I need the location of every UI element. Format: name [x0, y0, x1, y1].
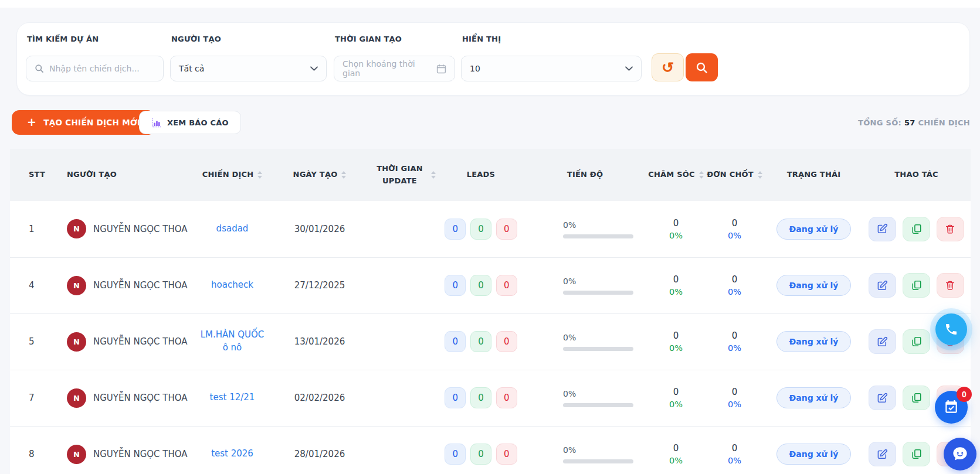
sort-icon[interactable] — [341, 171, 346, 179]
campaign-link[interactable]: test 12/21 — [210, 391, 255, 404]
status-badge: Đang xử lý — [776, 331, 852, 352]
created-date: 13/01/2026 — [271, 313, 368, 370]
care-cell: 0 0% — [648, 443, 704, 465]
care-cell: 0 0% — [648, 330, 704, 353]
phone-icon — [944, 322, 958, 336]
leads-cell: 0 0 0 — [440, 257, 522, 313]
leads-care-badge: 0 — [470, 444, 491, 465]
closed-percent: 0% — [704, 231, 765, 240]
copy-icon — [911, 449, 922, 459]
duplicate-button[interactable] — [903, 273, 930, 298]
edit-pencil-icon — [877, 449, 888, 460]
avatar: N — [67, 445, 86, 464]
progress-bar — [563, 291, 633, 295]
creator-label: NGƯỜI TẠO — [171, 35, 221, 43]
reset-filters-button[interactable]: ↺ — [652, 53, 684, 81]
care-count: 0 — [648, 274, 704, 285]
create-campaign-button[interactable]: + TẠO CHIẾN DỊCH MỚI — [12, 110, 155, 135]
date-range-input[interactable]: Chọn khoảng thời gian — [334, 56, 455, 81]
creator-name: NGUYỄN NGỌC THOA — [93, 393, 188, 403]
chat-smiley-icon — [952, 446, 968, 462]
header-stt: STT — [10, 149, 56, 201]
care-percent: 0% — [648, 400, 704, 409]
header-campaign[interactable]: CHIẾN DỊCH — [194, 149, 271, 201]
progress-label: 0% — [563, 220, 576, 230]
creator-name: NGUYỄN NGỌC THOA — [93, 449, 188, 459]
sort-icon[interactable] — [431, 171, 436, 179]
call-floating-button[interactable] — [935, 313, 967, 345]
total-prefix: TỔNG SỐ: — [858, 118, 901, 127]
sort-icon[interactable] — [699, 171, 704, 179]
campaign-link[interactable]: test 2026 — [211, 448, 253, 461]
creator-cell: N NGUYỄN NGỌC THOA — [67, 219, 194, 238]
total-suffix: CHIẾN DỊCH — [918, 118, 970, 127]
apply-search-button[interactable] — [686, 53, 718, 81]
created-time-field-group: THỜI GIAN TẠO Chọn khoảng thời gian — [334, 23, 455, 96]
care-count: 0 — [648, 443, 704, 453]
creator-select[interactable]: Tất cả — [170, 56, 327, 81]
campaign-link[interactable]: dsadad — [216, 223, 249, 236]
leads-cell: 0 0 0 — [440, 201, 522, 257]
header-care[interactable]: CHĂM SÓC — [648, 149, 704, 201]
progress-label: 0% — [563, 389, 576, 398]
total-count: 57 — [904, 118, 915, 127]
edit-pencil-icon — [877, 223, 888, 234]
edit-pencil-icon — [877, 393, 888, 404]
search-icon — [696, 62, 708, 74]
edit-button[interactable] — [869, 386, 896, 410]
page-size-select[interactable]: 10 — [461, 56, 642, 81]
trash-icon — [945, 280, 955, 291]
closed-percent: 0% — [704, 343, 765, 353]
closed-count: 0 — [704, 330, 765, 341]
search-input[interactable] — [26, 56, 164, 81]
chat-floating-button[interactable] — [944, 438, 976, 470]
top-strip — [0, 0, 980, 8]
status-badge: Đang xử lý — [776, 275, 852, 296]
delete-button[interactable] — [937, 273, 964, 298]
updated-date — [368, 370, 440, 426]
copy-icon — [911, 393, 922, 403]
edit-button[interactable] — [869, 329, 896, 354]
trash-icon — [945, 224, 955, 234]
search-text-input[interactable] — [49, 64, 155, 73]
table-row: 5 N NGUYỄN NGỌC THOA LM.HÀN QUỐC ô nô 13… — [10, 313, 971, 370]
leads-cell: 0 0 0 — [440, 426, 522, 474]
created-time-label: THỜI GIAN TẠO — [335, 35, 402, 43]
closed-percent: 0% — [704, 287, 765, 296]
leads-cell: 0 0 0 — [440, 313, 522, 370]
edit-button[interactable] — [869, 442, 896, 466]
duplicate-button[interactable] — [903, 442, 930, 466]
progress: 0% — [563, 332, 633, 351]
search-field-group: TÌM KIẾM DỰ ÁN — [26, 23, 164, 96]
page-size-field-group: HIỂN THỊ 10 — [461, 23, 642, 96]
closed-cell: 0 0% — [704, 274, 765, 296]
header-created[interactable]: NGÀY TẠO — [271, 149, 368, 201]
edit-button[interactable] — [869, 273, 896, 298]
header-updated[interactable]: THỜI GIAN UPDATE — [368, 149, 440, 201]
leads-care-badge: 0 — [470, 219, 491, 240]
campaign-link[interactable]: hoacheck — [211, 279, 253, 292]
edit-pencil-icon — [877, 336, 888, 347]
tasks-floating-button[interactable]: 0 — [935, 391, 968, 424]
progress: 0% — [563, 220, 633, 238]
copy-icon — [911, 224, 922, 234]
closed-count: 0 — [704, 443, 765, 453]
leads-new-badge: 0 — [445, 331, 466, 352]
duplicate-button[interactable] — [903, 329, 930, 354]
closed-cell: 0 0% — [704, 330, 765, 353]
leads-care-badge: 0 — [470, 387, 491, 408]
duplicate-button[interactable] — [903, 217, 930, 241]
care-percent: 0% — [648, 287, 704, 296]
sort-icon[interactable] — [758, 171, 762, 179]
row-index: 5 — [10, 313, 56, 370]
leads-new-badge: 0 — [445, 219, 466, 240]
view-report-button[interactable]: XEM BÁO CÁO — [139, 111, 241, 134]
header-closed[interactable]: ĐƠN CHỐT — [704, 149, 765, 201]
delete-button[interactable] — [937, 217, 964, 241]
duplicate-button[interactable] — [903, 386, 930, 410]
edit-button[interactable] — [869, 217, 896, 241]
row-index: 4 — [10, 257, 56, 313]
sort-icon[interactable] — [257, 171, 262, 179]
campaign-link[interactable]: LM.HÀN QUỐC ô nô — [199, 329, 265, 354]
filter-card: TÌM KIẾM DỰ ÁN NGƯỜI TẠO Tất cả THỜI GIA… — [16, 22, 970, 96]
